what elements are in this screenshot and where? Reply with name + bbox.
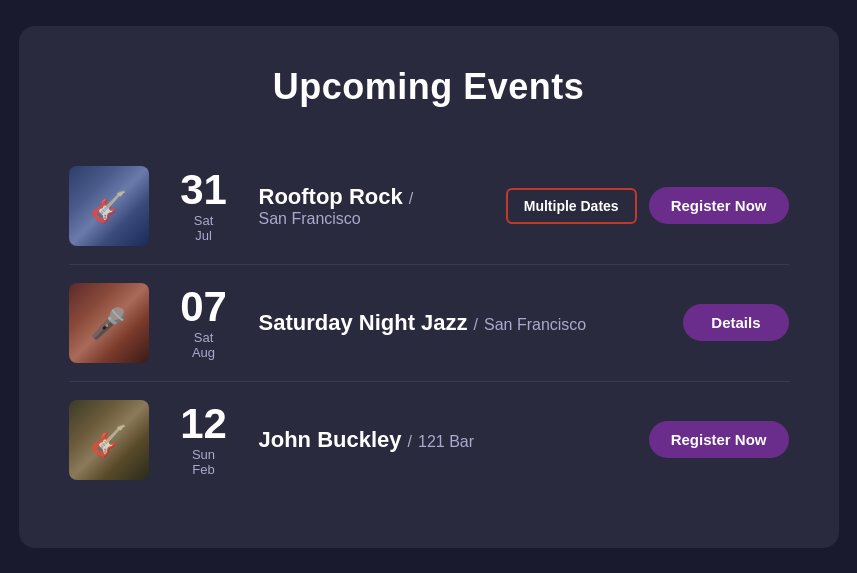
event-separator: / (408, 433, 412, 451)
event-row: 12 Sun Feb John Buckley / 121 Bar Regist… (69, 382, 789, 498)
event-actions: Register Now (649, 421, 789, 458)
event-date-info: Sun Feb (192, 447, 215, 477)
event-location: San Francisco (484, 316, 586, 334)
event-info: Saturday Night Jazz / San Francisco (259, 310, 664, 336)
register-button[interactable]: Register Now (649, 187, 789, 224)
event-date: 12 Sun Feb (169, 403, 239, 477)
event-name-row: John Buckley / 121 Bar (259, 427, 629, 453)
event-date-info: Sat Aug (192, 330, 215, 360)
event-info: Rooftop Rock / San Francisco (259, 184, 486, 228)
event-thumbnail (69, 283, 149, 363)
event-actions: Multiple Dates Register Now (506, 187, 789, 224)
event-date-number: 12 (180, 403, 227, 445)
event-name-row: Saturday Night Jazz / San Francisco (259, 310, 664, 336)
event-name: Rooftop Rock (259, 184, 403, 210)
register-button[interactable]: Register Now (649, 421, 789, 458)
event-row: 31 Sat Jul Rooftop Rock / San Francisco … (69, 148, 789, 265)
event-name-row: Rooftop Rock / San Francisco (259, 184, 486, 228)
event-date-day: Sat (194, 330, 214, 345)
event-date-day: Sat (194, 213, 214, 228)
events-card: Upcoming Events 31 Sat Jul Rooftop Rock … (19, 26, 839, 548)
event-date: 31 Sat Jul (169, 169, 239, 243)
event-date-month: Jul (195, 228, 212, 243)
page-title: Upcoming Events (69, 66, 789, 108)
event-date-number: 31 (180, 169, 227, 211)
multiple-dates-button[interactable]: Multiple Dates (506, 188, 637, 224)
event-date: 07 Sat Aug (169, 286, 239, 360)
event-separator: / (409, 190, 413, 208)
event-name: John Buckley (259, 427, 402, 453)
event-date-month: Feb (192, 462, 214, 477)
event-separator: / (474, 316, 478, 334)
event-row: 07 Sat Aug Saturday Night Jazz / San Fra… (69, 265, 789, 382)
event-date-number: 07 (180, 286, 227, 328)
event-date-info: Sat Jul (194, 213, 214, 243)
event-actions: Details (683, 304, 788, 341)
event-thumbnail (69, 400, 149, 480)
event-location: San Francisco (259, 210, 361, 228)
event-date-day: Sun (192, 447, 215, 462)
event-name: Saturday Night Jazz (259, 310, 468, 336)
event-thumbnail (69, 166, 149, 246)
event-info: John Buckley / 121 Bar (259, 427, 629, 453)
event-date-month: Aug (192, 345, 215, 360)
event-location: 121 Bar (418, 433, 474, 451)
details-button[interactable]: Details (683, 304, 788, 341)
event-list: 31 Sat Jul Rooftop Rock / San Francisco … (69, 148, 789, 498)
